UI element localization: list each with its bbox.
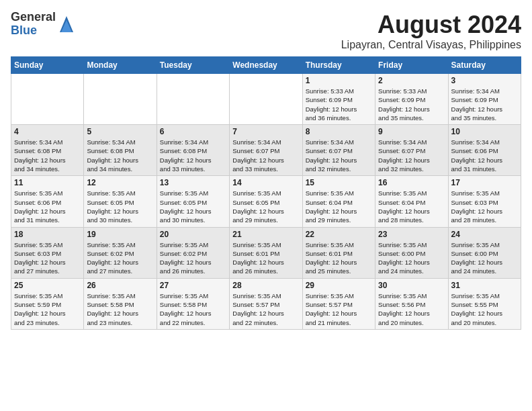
calendar-cell: 2Sunrise: 5:33 AM Sunset: 6:09 PM Daylig… <box>375 74 448 125</box>
calendar-cell: 12Sunrise: 5:35 AM Sunset: 6:05 PM Dayli… <box>84 176 157 227</box>
day-number: 13 <box>160 178 226 187</box>
day-info: Sunrise: 5:35 AM Sunset: 6:04 PM Dayligh… <box>378 189 445 224</box>
calendar-cell: 28Sunrise: 5:35 AM Sunset: 5:57 PM Dayli… <box>230 278 302 329</box>
location-title: Lipayran, Central Visayas, Philippines <box>341 39 521 51</box>
day-info: Sunrise: 5:34 AM Sunset: 6:07 PM Dayligh… <box>306 138 372 173</box>
day-info: Sunrise: 5:35 AM Sunset: 6:05 PM Dayligh… <box>232 189 299 224</box>
weekday-header-tuesday: Tuesday <box>157 57 229 74</box>
day-number: 5 <box>87 127 153 136</box>
calendar-cell: 4Sunrise: 5:34 AM Sunset: 6:08 PM Daylig… <box>11 125 84 176</box>
calendar-cell <box>84 74 157 125</box>
calendar-table: SundayMondayTuesdayWednesdayThursdayFrid… <box>11 56 521 330</box>
calendar-cell: 5Sunrise: 5:34 AM Sunset: 6:08 PM Daylig… <box>84 125 157 176</box>
calendar-cell: 7Sunrise: 5:34 AM Sunset: 6:07 PM Daylig… <box>230 125 302 176</box>
weekday-header-thursday: Thursday <box>302 57 375 74</box>
page-header: General Blue August 2024 Lipayran, Centr… <box>11 11 521 51</box>
day-number: 4 <box>14 127 81 136</box>
weekday-header-friday: Friday <box>375 57 448 74</box>
day-info: Sunrise: 5:35 AM Sunset: 5:59 PM Dayligh… <box>14 291 81 327</box>
day-number: 15 <box>306 178 372 187</box>
day-info: Sunrise: 5:33 AM Sunset: 6:09 PM Dayligh… <box>306 87 372 122</box>
day-info: Sunrise: 5:35 AM Sunset: 6:05 PM Dayligh… <box>160 189 226 224</box>
calendar-cell: 8Sunrise: 5:34 AM Sunset: 6:07 PM Daylig… <box>302 125 375 176</box>
day-info: Sunrise: 5:35 AM Sunset: 5:58 PM Dayligh… <box>160 291 226 327</box>
calendar-cell: 3Sunrise: 5:34 AM Sunset: 6:09 PM Daylig… <box>448 74 521 125</box>
calendar-cell: 31Sunrise: 5:35 AM Sunset: 5:55 PM Dayli… <box>448 278 521 329</box>
day-number: 6 <box>160 127 226 136</box>
day-number: 22 <box>306 230 372 239</box>
calendar-cell: 29Sunrise: 5:35 AM Sunset: 5:57 PM Dayli… <box>302 278 375 329</box>
day-number: 25 <box>14 281 81 290</box>
calendar-cell: 11Sunrise: 5:35 AM Sunset: 6:06 PM Dayli… <box>11 176 84 227</box>
day-info: Sunrise: 5:35 AM Sunset: 5:55 PM Dayligh… <box>451 291 518 327</box>
day-info: Sunrise: 5:34 AM Sunset: 6:06 PM Dayligh… <box>451 138 518 173</box>
calendar-cell: 25Sunrise: 5:35 AM Sunset: 5:59 PM Dayli… <box>11 278 84 329</box>
weekday-header-row: SundayMondayTuesdayWednesdayThursdayFrid… <box>11 57 521 74</box>
calendar-cell: 9Sunrise: 5:34 AM Sunset: 6:07 PM Daylig… <box>375 125 448 176</box>
day-info: Sunrise: 5:35 AM Sunset: 5:57 PM Dayligh… <box>306 291 372 327</box>
calendar-cell: 23Sunrise: 5:35 AM Sunset: 6:00 PM Dayli… <box>375 227 448 278</box>
day-number: 19 <box>87 230 153 239</box>
day-number: 28 <box>232 281 299 290</box>
day-info: Sunrise: 5:33 AM Sunset: 6:09 PM Dayligh… <box>378 87 445 122</box>
calendar-cell: 17Sunrise: 5:35 AM Sunset: 6:03 PM Dayli… <box>448 176 521 227</box>
calendar-cell: 24Sunrise: 5:35 AM Sunset: 6:00 PM Dayli… <box>448 227 521 278</box>
day-number: 18 <box>14 230 81 239</box>
day-info: Sunrise: 5:35 AM Sunset: 6:02 PM Dayligh… <box>160 240 226 276</box>
calendar-cell: 26Sunrise: 5:35 AM Sunset: 5:58 PM Dayli… <box>84 278 157 329</box>
day-number: 9 <box>378 127 445 136</box>
title-area: August 2024 Lipayran, Central Visayas, P… <box>341 11 521 51</box>
day-number: 20 <box>160 230 226 239</box>
logo-blue: Blue <box>11 24 56 38</box>
calendar-cell: 16Sunrise: 5:35 AM Sunset: 6:04 PM Dayli… <box>375 176 448 227</box>
calendar-cell <box>230 74 302 125</box>
day-info: Sunrise: 5:35 AM Sunset: 6:06 PM Dayligh… <box>14 189 81 224</box>
calendar-week-2: 4Sunrise: 5:34 AM Sunset: 6:08 PM Daylig… <box>11 125 521 176</box>
day-number: 31 <box>451 281 518 290</box>
calendar-cell: 20Sunrise: 5:35 AM Sunset: 6:02 PM Dayli… <box>157 227 229 278</box>
weekday-header-saturday: Saturday <box>448 57 521 74</box>
calendar-cell: 15Sunrise: 5:35 AM Sunset: 6:04 PM Dayli… <box>302 176 375 227</box>
day-info: Sunrise: 5:34 AM Sunset: 6:07 PM Dayligh… <box>378 138 445 173</box>
day-info: Sunrise: 5:35 AM Sunset: 6:02 PM Dayligh… <box>87 240 153 276</box>
day-number: 10 <box>451 127 518 136</box>
day-number: 12 <box>87 178 153 187</box>
day-info: Sunrise: 5:35 AM Sunset: 6:00 PM Dayligh… <box>378 240 445 276</box>
calendar-cell: 22Sunrise: 5:35 AM Sunset: 6:01 PM Dayli… <box>302 227 375 278</box>
day-info: Sunrise: 5:35 AM Sunset: 6:04 PM Dayligh… <box>306 189 372 224</box>
calendar-cell: 30Sunrise: 5:35 AM Sunset: 5:56 PM Dayli… <box>375 278 448 329</box>
calendar-cell: 14Sunrise: 5:35 AM Sunset: 6:05 PM Dayli… <box>230 176 302 227</box>
calendar-week-3: 11Sunrise: 5:35 AM Sunset: 6:06 PM Dayli… <box>11 176 521 227</box>
calendar-cell: 6Sunrise: 5:34 AM Sunset: 6:08 PM Daylig… <box>157 125 229 176</box>
calendar-cell <box>11 74 84 125</box>
day-number: 30 <box>378 281 445 290</box>
day-number: 16 <box>378 178 445 187</box>
day-number: 8 <box>306 127 372 136</box>
calendar-cell <box>157 74 229 125</box>
day-info: Sunrise: 5:35 AM Sunset: 5:58 PM Dayligh… <box>87 291 153 327</box>
calendar-cell: 21Sunrise: 5:35 AM Sunset: 6:01 PM Dayli… <box>230 227 302 278</box>
day-info: Sunrise: 5:35 AM Sunset: 6:03 PM Dayligh… <box>451 189 518 224</box>
day-info: Sunrise: 5:34 AM Sunset: 6:09 PM Dayligh… <box>451 87 518 122</box>
day-info: Sunrise: 5:35 AM Sunset: 6:01 PM Dayligh… <box>232 240 299 276</box>
day-info: Sunrise: 5:35 AM Sunset: 5:56 PM Dayligh… <box>378 291 445 327</box>
month-title: August 2024 <box>341 11 521 39</box>
calendar-cell: 13Sunrise: 5:35 AM Sunset: 6:05 PM Dayli… <box>157 176 229 227</box>
day-info: Sunrise: 5:35 AM Sunset: 6:03 PM Dayligh… <box>14 240 81 276</box>
day-number: 3 <box>451 76 518 85</box>
logo-icon <box>58 15 75 34</box>
calendar-cell: 27Sunrise: 5:35 AM Sunset: 5:58 PM Dayli… <box>157 278 229 329</box>
calendar-cell: 19Sunrise: 5:35 AM Sunset: 6:02 PM Dayli… <box>84 227 157 278</box>
calendar-cell: 10Sunrise: 5:34 AM Sunset: 6:06 PM Dayli… <box>448 125 521 176</box>
day-number: 1 <box>306 76 372 85</box>
day-info: Sunrise: 5:34 AM Sunset: 6:08 PM Dayligh… <box>14 138 81 173</box>
day-number: 27 <box>160 281 226 290</box>
calendar-cell: 1Sunrise: 5:33 AM Sunset: 6:09 PM Daylig… <box>302 74 375 125</box>
calendar-week-5: 25Sunrise: 5:35 AM Sunset: 5:59 PM Dayli… <box>11 278 521 329</box>
day-info: Sunrise: 5:35 AM Sunset: 6:00 PM Dayligh… <box>451 240 518 276</box>
calendar-cell: 18Sunrise: 5:35 AM Sunset: 6:03 PM Dayli… <box>11 227 84 278</box>
logo-general: General <box>11 11 56 24</box>
logo-text: General Blue <box>11 11 56 38</box>
day-info: Sunrise: 5:34 AM Sunset: 6:08 PM Dayligh… <box>87 138 153 173</box>
day-number: 7 <box>232 127 299 136</box>
